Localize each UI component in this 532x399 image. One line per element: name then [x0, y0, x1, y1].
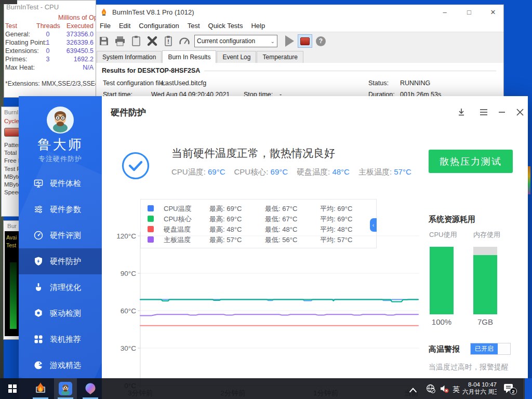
configuration-select[interactable]: Current configuration ⌄ [194, 35, 277, 47]
chevron-left-icon: ‹ [373, 222, 374, 228]
alarm-caption: 当温度过高时，报警提醒 [429, 363, 509, 372]
save-icon[interactable] [98, 35, 110, 47]
temperature-value: 48°C [332, 167, 350, 176]
menu-item[interactable]: Configuration [135, 20, 183, 31]
sidebar: 鲁大师 专注硬件防护 硬件体检 硬件参数 硬件评测 硬件防护 清理优化 [19, 96, 102, 399]
taskbar-app-ludashi-monitor[interactable] [79, 378, 102, 399]
stress-test-button[interactable]: 散热压力测试 [429, 150, 513, 173]
menu-item[interactable]: Edit [115, 20, 135, 31]
sidebar-item-game-picks[interactable]: 游戏精选 [19, 352, 102, 378]
svg-text:30°C: 30°C [121, 344, 136, 352]
temperature-chart: 120°C90°C60°C30°C0°C3分钟前2分钟前1分钟前当前 [117, 229, 423, 399]
disk-window-title: Bur [7, 223, 17, 229]
show-desktop-divider [524, 378, 524, 399]
tab-event-log[interactable]: Event Log [217, 51, 256, 63]
results-group-title: Results for DESKTOP-8HSF2SA [102, 67, 200, 74]
menu-item[interactable]: Help [247, 20, 269, 31]
window-title: BurnInTest V8.1 Pro (1012) [112, 8, 194, 16]
status-headline: 当前硬件温度正常，散热情况良好 [171, 146, 335, 161]
ime-indicator[interactable]: 英 [453, 385, 460, 394]
row-executed: 373356.0 [55, 31, 94, 38]
gauge-icon[interactable] [178, 35, 191, 47]
cpu-usage-value: 100% [430, 317, 454, 326]
tab-burn-in-results[interactable]: Burn In Results [162, 50, 216, 63]
sidebar-item-cleanup[interactable]: 清理优化 [19, 274, 102, 300]
sidebar-item-build-recommend[interactable]: 装机推荐 [19, 326, 102, 352]
temperature-badge: 硬盘温度: 48°C [297, 167, 350, 177]
monitor-pulse-icon [33, 178, 44, 189]
config-file-label: Test configuration file: [103, 79, 166, 87]
row-executed: 326339.6 [55, 39, 94, 46]
legend-row: CPU温度最高: 69°C最低: 67°C平均: 69°C [141, 204, 376, 214]
temperature-value: 69°C [208, 167, 225, 176]
minimize-icon[interactable]: – [437, 7, 453, 18]
chevron-down-icon: ⌄ [271, 38, 275, 44]
tab-temperature[interactable]: Temperature [257, 51, 303, 63]
mem-usage-bar [473, 247, 497, 314]
help-icon[interactable]: ? [316, 36, 326, 46]
taskbar-app-ludashi[interactable] [54, 378, 77, 399]
desktop: BurnInTest - CPU Millions of Op Test Thr… [0, 0, 532, 399]
legend-avg: 平均: 69°C [320, 204, 352, 214]
legend-min: 最低: 67°C [265, 215, 297, 224]
broom-icon [33, 282, 44, 292]
burnintest-flame-icon [34, 382, 47, 395]
menu-item[interactable]: Test [183, 20, 204, 31]
start-button[interactable] [0, 378, 25, 399]
sidebar-item-label: 清理优化 [50, 283, 81, 292]
cpu-col-test: Test [5, 22, 17, 30]
legend-series-name: CPU核心 [164, 215, 191, 224]
status-label: Status: [368, 79, 389, 87]
sidebar-item-hw-params[interactable]: 硬件参数 [19, 196, 102, 222]
volume-muted-icon[interactable] [440, 384, 449, 393]
svg-text:60°C: 60°C [121, 307, 136, 315]
sidebar-item-hw-protection[interactable]: 硬件防护 [19, 248, 102, 274]
disk-graph-label: Test [6, 242, 16, 248]
tray-clock[interactable]: 8-04 10:47 六月廿六 周三 [462, 381, 497, 395]
delete-icon[interactable] [146, 35, 158, 47]
sidebar-item-hw-exam[interactable]: 硬件体检 [19, 170, 102, 196]
download-icon[interactable] [456, 108, 467, 117]
sidebar-item-hw-benchmark[interactable]: 硬件评测 [19, 222, 102, 248]
notification-center-icon[interactable]: 2 [502, 382, 517, 396]
alarm-toggle[interactable]: 已开启 [470, 343, 511, 355]
test-notes-icon[interactable]: ! [162, 35, 175, 47]
burnintest-app-icon [100, 8, 108, 16]
tab-system-information[interactable]: System Information [97, 51, 162, 63]
print-icon[interactable] [114, 35, 126, 47]
close-icon[interactable]: ✕ [485, 7, 501, 18]
svg-text:!: ! [167, 39, 169, 45]
tray-chevron-up-icon[interactable] [408, 385, 418, 395]
sidebar-item-label: 装机推荐 [50, 335, 81, 344]
show-desktop-button[interactable] [525, 378, 532, 399]
close-icon[interactable] [514, 108, 526, 117]
sidebar-item-label: 硬件评测 [50, 231, 81, 241]
tray-time: 8-04 10:47 [462, 381, 497, 389]
table-row: Primes:31692.2 [4, 56, 96, 64]
temperature-label: CPU温度: [171, 167, 208, 176]
maximize-icon[interactable]: □ [461, 7, 477, 18]
memory-cycle-text: Cycle [4, 118, 19, 124]
titlebar[interactable]: BurnInTest V8.1 Pro (1012) – □ ✕ [95, 5, 503, 19]
menu-item[interactable]: Quick Tests [204, 20, 247, 31]
tab-strip: System InformationBurn In ResultsEvent L… [95, 49, 503, 63]
disk-activity-bar [10, 262, 17, 329]
stop-tests-button[interactable] [298, 34, 312, 48]
clipboard-icon[interactable] [130, 35, 142, 47]
gauge-icon [33, 230, 44, 241]
menu-item[interactable]: File [96, 20, 115, 31]
taskbar-app-burnintest[interactable] [29, 378, 52, 399]
row-label: General: [5, 31, 30, 38]
cpu-window-title: BurnInTest - CPU [6, 3, 59, 11]
minimize-icon[interactable] [496, 108, 508, 117]
network-globe-disconnected-icon[interactable] [426, 384, 435, 393]
row-label: Max Heat: [5, 64, 35, 71]
grid-icon [33, 334, 44, 344]
menu-icon[interactable] [478, 108, 489, 117]
legend-swatch [148, 216, 154, 222]
sidebar-item-driver-check[interactable]: 驱动检测 [19, 300, 102, 326]
start-tests-icon[interactable] [285, 35, 294, 47]
temperature-label: CPU核心: [234, 167, 271, 176]
menubar: FileEditConfigurationTestQuick TestsHelp [95, 19, 503, 32]
nut-icon [33, 308, 44, 318]
